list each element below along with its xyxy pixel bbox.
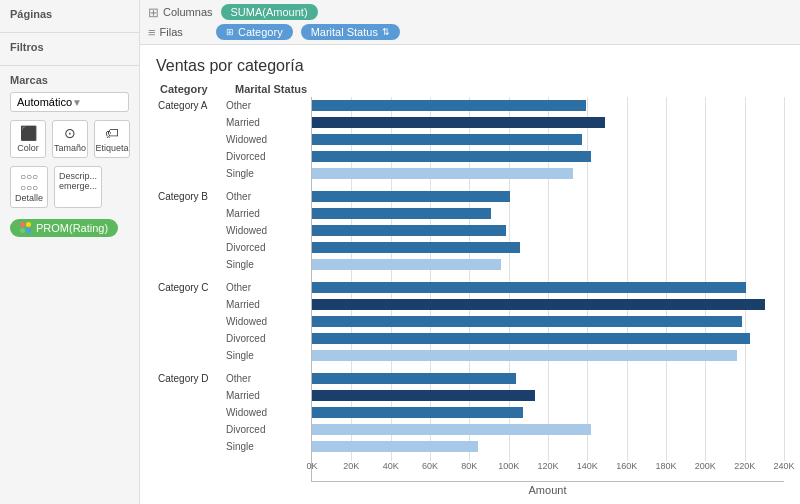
detail-icon: ○○○○○○ [20, 171, 38, 193]
x-tick-label: 220K [734, 461, 755, 471]
bar [312, 407, 523, 418]
bar [312, 259, 501, 270]
marital-label: Single [226, 441, 306, 452]
rows-pill2-label: Marital Status [311, 26, 378, 38]
label-row: Single [156, 165, 311, 182]
bar [312, 151, 591, 162]
bar [312, 100, 586, 111]
bar [312, 333, 750, 344]
bar [312, 134, 582, 145]
toolbar: ⊞ Columnas SUMA(Amount) ≡ Filas ⊞ Catego… [140, 0, 800, 45]
x-tick-label: 160K [616, 461, 637, 471]
color-icon: ⬛ [20, 125, 37, 141]
label-row: Divorced [156, 330, 311, 347]
prom-badge[interactable]: PROM(Rating) [10, 219, 118, 237]
size-button[interactable]: ⊙ Tamaño [52, 120, 88, 158]
x-tick-label: 200K [695, 461, 716, 471]
marital-label: Divorced [226, 333, 306, 344]
bar [312, 441, 478, 452]
rows-icon: ≡ [148, 25, 156, 40]
rows-pill-2[interactable]: Marital Status ⇅ [301, 24, 400, 40]
columns-label: ⊞ Columnas [148, 5, 213, 20]
marital-label: Widowed [226, 316, 306, 327]
bar-row [312, 239, 784, 256]
label-icon: 🏷 [105, 125, 119, 141]
color-button[interactable]: ⬛ Color [10, 120, 46, 158]
marital-label: Married [226, 390, 306, 401]
bar [312, 424, 591, 435]
x-tick-label: 20K [343, 461, 359, 471]
x-tick-label: 100K [498, 461, 519, 471]
bar [312, 282, 746, 293]
bar-row [312, 370, 784, 387]
bar [312, 168, 573, 179]
category-label: Category A [156, 100, 226, 111]
marital-label: Widowed [226, 134, 306, 145]
color-label: Color [17, 143, 39, 153]
bar-row [312, 131, 784, 148]
marital-label: Other [226, 373, 306, 384]
x-axis-title: Amount [311, 484, 784, 496]
marks-type-dropdown[interactable]: Automático ▼ [10, 92, 129, 112]
bar [312, 242, 520, 253]
marital-label: Divorced [226, 424, 306, 435]
detail-label: Detalle [15, 193, 43, 203]
x-axis: 0K20K40K60K80K100K120K140K160K180K200K22… [312, 461, 784, 481]
detail-button[interactable]: ○○○○○○ Detalle [10, 166, 48, 208]
label-row: Divorced [156, 148, 311, 165]
bar-row [312, 165, 784, 182]
bar-row [312, 188, 784, 205]
marks-section: Marcas Automático ▼ ⬛ Color ⊙ Tamaño 🏷 E… [0, 66, 139, 504]
label-row: Widowed [156, 131, 311, 148]
label-row: Category AOther [156, 97, 311, 114]
prom-dots-icon [20, 222, 32, 233]
marital-label: Widowed [226, 225, 306, 236]
col-header-marital: Marital Status [235, 83, 315, 95]
columns-icon: ⊞ [148, 5, 159, 20]
category-label: Category C [156, 282, 226, 293]
marks-detail-row: ○○○○○○ Detalle Descrip... emerge... [10, 166, 129, 208]
marital-label: Other [226, 100, 306, 111]
bar-row [312, 421, 784, 438]
label-row: Single [156, 347, 311, 364]
bar-row [312, 387, 784, 404]
x-tick-label: 120K [537, 461, 558, 471]
rows-pill2-icon: ⇅ [382, 27, 390, 37]
bar-rows [312, 97, 784, 461]
rows-pill1-label: Category [238, 26, 283, 38]
size-icon: ⊙ [64, 125, 76, 141]
columns-pill[interactable]: SUMA(Amount) [221, 4, 318, 20]
rows-pill-1[interactable]: ⊞ Category [216, 24, 293, 40]
grid-line [784, 97, 785, 461]
chart-title: Ventas por categoría [156, 57, 784, 75]
marital-label: Single [226, 259, 306, 270]
bar-row [312, 313, 784, 330]
marital-label: Divorced [226, 242, 306, 253]
pages-title: Páginas [10, 8, 129, 20]
x-tick-label: 140K [577, 461, 598, 471]
bar-row [312, 222, 784, 239]
bar [312, 299, 765, 310]
label-button[interactable]: 🏷 Etiqueta [94, 120, 130, 158]
columns-pill-label: SUMA(Amount) [231, 6, 308, 18]
marital-label: Single [226, 168, 306, 179]
desc-button[interactable]: Descrip... emerge... [54, 166, 102, 208]
label-row: Married [156, 387, 311, 404]
label-row: Category COther [156, 279, 311, 296]
main-area: ⊞ Columnas SUMA(Amount) ≡ Filas ⊞ Catego… [140, 0, 800, 504]
marital-label: Single [226, 350, 306, 361]
label-row: Category DOther [156, 370, 311, 387]
label-row: Single [156, 438, 311, 455]
rows-label: ≡ Filas [148, 25, 208, 40]
label-row: Married [156, 205, 311, 222]
x-tick-label: 80K [461, 461, 477, 471]
label-row: Married [156, 114, 311, 131]
bar [312, 373, 516, 384]
bar-row [312, 256, 784, 273]
category-label: Category D [156, 373, 226, 384]
bar [312, 208, 491, 219]
rows-pill1-icon: ⊞ [226, 27, 234, 37]
marital-label: Divorced [226, 151, 306, 162]
bar-row [312, 330, 784, 347]
label-row: Divorced [156, 239, 311, 256]
